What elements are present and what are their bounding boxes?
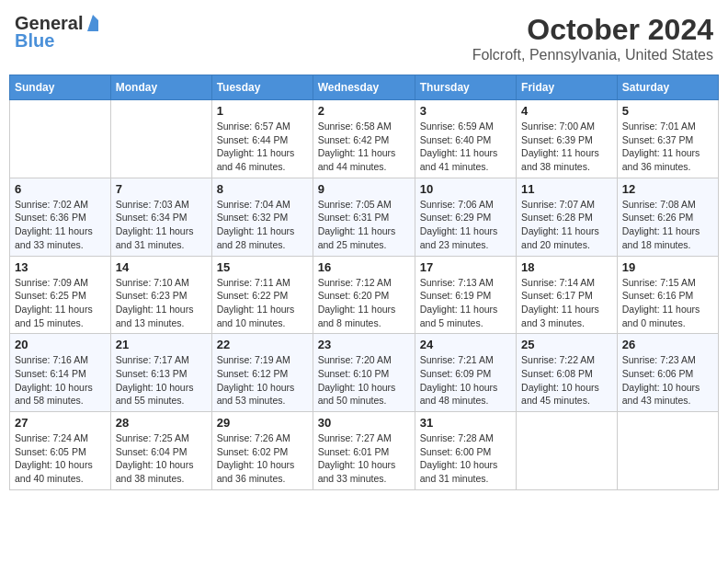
table-row: 25Sunrise: 7:22 AMSunset: 6:08 PMDayligh… (517, 334, 618, 412)
day-info: Sunrise: 7:15 AMSunset: 6:16 PMDaylight:… (622, 276, 713, 330)
table-row: 26Sunrise: 7:23 AMSunset: 6:06 PMDayligh… (617, 334, 718, 412)
day-info: Sunrise: 7:04 AMSunset: 6:32 PMDaylight:… (217, 198, 308, 252)
day-number: 27 (15, 416, 106, 430)
table-row: 14Sunrise: 7:10 AMSunset: 6:23 PMDayligh… (110, 256, 211, 334)
day-number: 13 (15, 260, 106, 274)
table-row: 30Sunrise: 7:27 AMSunset: 6:01 PMDayligh… (313, 412, 415, 490)
calendar-week-row: 6Sunrise: 7:02 AMSunset: 6:36 PMDaylight… (10, 178, 719, 256)
day-info: Sunrise: 6:59 AMSunset: 6:40 PMDaylight:… (420, 120, 511, 174)
day-info: Sunrise: 7:12 AMSunset: 6:20 PMDaylight:… (318, 276, 410, 330)
day-number: 2 (318, 104, 410, 118)
day-number: 22 (217, 338, 308, 351)
calendar-header-row: Sunday Monday Tuesday Wednesday Thursday… (10, 75, 719, 100)
day-info: Sunrise: 7:27 AMSunset: 6:01 PMDaylight:… (318, 431, 410, 486)
day-number: 16 (318, 260, 410, 274)
day-number: 4 (521, 104, 612, 118)
day-info: Sunrise: 7:22 AMSunset: 6:08 PMDaylight:… (521, 353, 612, 408)
calendar-table: Sunday Monday Tuesday Wednesday Thursday… (9, 75, 719, 490)
logo-blue-text: Blue (15, 30, 54, 52)
table-row: 21Sunrise: 7:17 AMSunset: 6:13 PMDayligh… (110, 334, 211, 412)
col-sunday: Sunday (10, 75, 111, 100)
table-row: 29Sunrise: 7:26 AMSunset: 6:02 PMDayligh… (211, 412, 313, 490)
day-info: Sunrise: 7:09 AMSunset: 6:25 PMDaylight:… (15, 276, 106, 330)
day-info: Sunrise: 7:23 AMSunset: 6:06 PMDaylight:… (622, 353, 713, 408)
table-row: 27Sunrise: 7:24 AMSunset: 6:05 PMDayligh… (10, 412, 111, 490)
day-number: 14 (116, 260, 207, 274)
col-saturday: Saturday (617, 75, 718, 100)
day-info: Sunrise: 7:14 AMSunset: 6:17 PMDaylight:… (521, 276, 612, 330)
calendar-week-row: 1Sunrise: 6:57 AMSunset: 6:44 PMDaylight… (10, 100, 719, 178)
day-number: 31 (420, 416, 511, 430)
table-row: 4Sunrise: 7:00 AMSunset: 6:39 PMDaylight… (517, 100, 618, 178)
table-row: 9Sunrise: 7:05 AMSunset: 6:31 PMDaylight… (313, 178, 415, 256)
day-info: Sunrise: 7:01 AMSunset: 6:37 PMDaylight:… (622, 120, 713, 174)
table-row (10, 100, 111, 178)
day-info: Sunrise: 7:21 AMSunset: 6:09 PMDaylight:… (420, 353, 511, 408)
col-monday: Monday (110, 75, 211, 100)
day-info: Sunrise: 7:26 AMSunset: 6:02 PMDaylight:… (217, 431, 308, 486)
table-row: 11Sunrise: 7:07 AMSunset: 6:28 PMDayligh… (517, 178, 618, 256)
day-number: 6 (15, 182, 106, 196)
table-row: 6Sunrise: 7:02 AMSunset: 6:36 PMDaylight… (10, 178, 111, 256)
table-row: 17Sunrise: 7:13 AMSunset: 6:19 PMDayligh… (415, 256, 516, 334)
table-row: 15Sunrise: 7:11 AMSunset: 6:22 PMDayligh… (211, 256, 313, 334)
day-info: Sunrise: 7:24 AMSunset: 6:05 PMDaylight:… (15, 431, 106, 486)
day-number: 25 (521, 338, 612, 351)
location-title: Folcroft, Pennsylvania, United States (472, 47, 713, 63)
title-block: October 2024 Folcroft, Pennsylvania, Uni… (472, 13, 713, 63)
day-info: Sunrise: 6:58 AMSunset: 6:42 PMDaylight:… (318, 120, 410, 174)
table-row (617, 412, 718, 490)
day-info: Sunrise: 7:05 AMSunset: 6:31 PMDaylight:… (318, 198, 410, 252)
table-row: 23Sunrise: 7:20 AMSunset: 6:10 PMDayligh… (313, 334, 415, 412)
page-header: General Blue October 2024 Folcroft, Penn… (9, 9, 719, 67)
col-friday: Friday (517, 75, 618, 100)
day-info: Sunrise: 7:17 AMSunset: 6:13 PMDaylight:… (116, 353, 207, 408)
day-number: 26 (622, 338, 713, 351)
month-title: October 2024 (472, 13, 713, 47)
day-number: 18 (521, 260, 612, 274)
day-number: 9 (318, 182, 410, 196)
table-row: 7Sunrise: 7:03 AMSunset: 6:34 PMDaylight… (110, 178, 211, 256)
day-number: 5 (622, 104, 713, 118)
day-number: 19 (622, 260, 713, 274)
day-info: Sunrise: 7:16 AMSunset: 6:14 PMDaylight:… (15, 353, 106, 408)
table-row: 2Sunrise: 6:58 AMSunset: 6:42 PMDaylight… (313, 100, 415, 178)
day-number: 8 (217, 182, 308, 196)
day-info: Sunrise: 7:10 AMSunset: 6:23 PMDaylight:… (116, 276, 207, 330)
day-number: 12 (622, 182, 713, 196)
day-info: Sunrise: 7:07 AMSunset: 6:28 PMDaylight:… (521, 198, 612, 252)
day-info: Sunrise: 7:13 AMSunset: 6:19 PMDaylight:… (420, 276, 511, 330)
day-info: Sunrise: 7:08 AMSunset: 6:26 PMDaylight:… (622, 198, 713, 252)
day-info: Sunrise: 7:11 AMSunset: 6:22 PMDaylight:… (217, 276, 308, 330)
day-number: 28 (116, 416, 207, 430)
day-number: 30 (318, 416, 410, 430)
calendar-week-row: 27Sunrise: 7:24 AMSunset: 6:05 PMDayligh… (10, 412, 719, 490)
day-number: 11 (521, 182, 612, 196)
table-row: 5Sunrise: 7:01 AMSunset: 6:37 PMDaylight… (617, 100, 718, 178)
day-info: Sunrise: 7:02 AMSunset: 6:36 PMDaylight:… (15, 198, 106, 252)
col-wednesday: Wednesday (313, 75, 415, 100)
table-row: 19Sunrise: 7:15 AMSunset: 6:16 PMDayligh… (617, 256, 718, 334)
table-row: 8Sunrise: 7:04 AMSunset: 6:32 PMDaylight… (211, 178, 313, 256)
col-tuesday: Tuesday (211, 75, 313, 100)
day-number: 10 (420, 182, 511, 196)
day-info: Sunrise: 6:57 AMSunset: 6:44 PMDaylight:… (217, 120, 308, 174)
day-info: Sunrise: 7:20 AMSunset: 6:10 PMDaylight:… (318, 353, 410, 408)
table-row: 13Sunrise: 7:09 AMSunset: 6:25 PMDayligh… (10, 256, 111, 334)
day-number: 1 (217, 104, 308, 118)
day-number: 21 (116, 338, 207, 351)
day-info: Sunrise: 7:19 AMSunset: 6:12 PMDaylight:… (217, 353, 308, 408)
table-row: 22Sunrise: 7:19 AMSunset: 6:12 PMDayligh… (211, 334, 313, 412)
day-info: Sunrise: 7:25 AMSunset: 6:04 PMDaylight:… (116, 431, 207, 486)
day-number: 7 (116, 182, 207, 196)
svg-marker-0 (87, 15, 98, 31)
table-row (110, 100, 211, 178)
day-info: Sunrise: 7:03 AMSunset: 6:34 PMDaylight:… (116, 198, 207, 252)
day-number: 29 (217, 416, 308, 430)
logo: General Blue (15, 13, 103, 52)
table-row (517, 412, 618, 490)
day-number: 17 (420, 260, 511, 274)
day-info: Sunrise: 7:28 AMSunset: 6:00 PMDaylight:… (420, 431, 511, 486)
table-row: 24Sunrise: 7:21 AMSunset: 6:09 PMDayligh… (415, 334, 516, 412)
day-number: 15 (217, 260, 308, 274)
